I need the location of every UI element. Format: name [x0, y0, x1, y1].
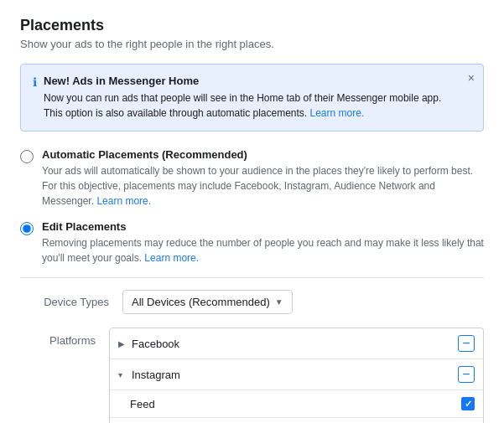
- platforms-section: Platforms ▶ Facebook − ▾ Instagram − Fee…: [20, 328, 484, 423]
- device-types-dropdown[interactable]: All Devices (Recommended) ▼: [122, 290, 293, 314]
- platform-row-stories: Stories: [110, 418, 483, 423]
- page-subtitle: Show your ads to the right people in the…: [20, 38, 484, 50]
- section-divider: [20, 277, 484, 278]
- platform-row-feed: Feed: [110, 390, 483, 418]
- banner-body-text: Now you can run ads that people will see…: [44, 92, 441, 119]
- device-types-row: Device Types All Devices (Recommended) ▼: [20, 290, 484, 314]
- page-title: Placements: [20, 17, 484, 34]
- placements-panel: Placements Show your ads to the right pe…: [0, 0, 504, 423]
- edit-placements-content: Edit Placements Removing placements may …: [42, 220, 484, 266]
- platforms-list: ▶ Facebook − ▾ Instagram − Feed Stories: [109, 328, 484, 423]
- feed-checkbox[interactable]: [461, 397, 475, 410]
- edit-placements-option: Edit Placements Removing placements may …: [20, 220, 484, 266]
- device-types-value: All Devices (Recommended): [132, 296, 270, 308]
- banner-title: New! Ads in Messenger Home: [44, 75, 458, 87]
- automatic-placements-radio[interactable]: [20, 150, 34, 163]
- automatic-placements-desc: Your ads will automatically be shown to …: [42, 163, 484, 209]
- platform-row-facebook: ▶ Facebook −: [110, 328, 483, 359]
- platform-name-facebook: Facebook: [132, 338, 458, 350]
- edit-learn-more-link[interactable]: Learn more.: [144, 252, 199, 264]
- chevron-instagram-icon[interactable]: ▾: [118, 370, 127, 379]
- facebook-minus-button[interactable]: −: [458, 335, 475, 352]
- banner-text: Now you can run ads that people will see…: [44, 90, 458, 121]
- platform-name-instagram: Instagram: [132, 369, 458, 381]
- banner-content: New! Ads in Messenger Home Now you can r…: [44, 75, 458, 121]
- platform-name-feed: Feed: [130, 398, 461, 410]
- automatic-placements-content: Automatic Placements (Recommended) Your …: [42, 148, 484, 209]
- automatic-placements-label: Automatic Placements (Recommended): [42, 148, 484, 161]
- banner-learn-more-link[interactable]: Learn more.: [310, 107, 365, 119]
- automatic-learn-more-link[interactable]: Learn more.: [96, 195, 151, 207]
- dropdown-arrow-icon: ▼: [275, 297, 283, 307]
- device-types-label: Device Types: [34, 296, 109, 308]
- platform-row-instagram: ▾ Instagram −: [110, 359, 483, 390]
- automatic-placements-option: Automatic Placements (Recommended) Your …: [20, 148, 484, 209]
- platforms-label: Platforms: [20, 328, 109, 423]
- edit-placements-desc: Removing placements may reduce the numbe…: [42, 235, 484, 266]
- instagram-minus-button[interactable]: −: [458, 366, 475, 383]
- edit-placements-label: Edit Placements: [42, 220, 484, 233]
- chevron-facebook-icon[interactable]: ▶: [118, 339, 127, 348]
- edit-placements-radio[interactable]: [20, 222, 34, 235]
- banner-close-button[interactable]: ×: [468, 71, 475, 85]
- info-icon: ℹ: [33, 75, 37, 121]
- info-banner: ℹ New! Ads in Messenger Home Now you can…: [20, 64, 484, 132]
